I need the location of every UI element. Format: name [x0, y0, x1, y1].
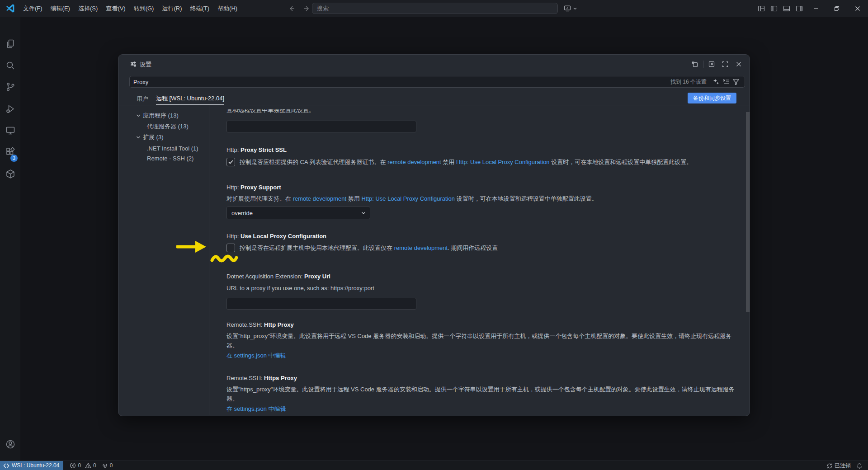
setting-title-dotnet-proxy-url: Dotnet Acquisition Extension: Proxy Url [226, 273, 330, 280]
remote-indicator[interactable]: WSL: Ubuntu-22.04 [0, 461, 63, 470]
settings-scrollbar[interactable] [746, 112, 750, 312]
proxy-support-select[interactable]: override [226, 207, 370, 219]
account-icon[interactable] [5, 438, 16, 450]
link-remote-development[interactable]: remote development [394, 244, 448, 251]
filter-icon[interactable] [731, 77, 741, 86]
customize-layout-icon[interactable] [755, 3, 768, 14]
setting-desc-ssh-https-proxy: 设置"https_proxy"环境变量。此设置将用于远程 VS Code 服务器… [226, 385, 736, 404]
toggle-primary-sidebar-icon[interactable] [768, 3, 780, 14]
errors-icon [70, 462, 76, 469]
toggle-panel-icon[interactable] [780, 3, 793, 14]
activity-bar: 3 [0, 17, 20, 461]
setting-desc-dotnet-proxy-url: URL to a proxy if you use one, such as: … [226, 283, 374, 293]
menu-item-run[interactable]: 运行(R) [158, 2, 186, 15]
toc-item-application[interactable]: 应用程序 (13) [118, 111, 208, 121]
ports-indicator[interactable]: 0 [99, 461, 116, 470]
package-explorer-icon[interactable] [5, 168, 16, 179]
close-dialog-icon[interactable] [733, 59, 744, 70]
toc-item-remote-ssh[interactable]: Remote - SSH (2) [118, 153, 208, 163]
sync-icon [826, 463, 833, 469]
clear-filters-icon[interactable] [721, 77, 731, 86]
setting-title-use-local-proxy: Http: Use Local Proxy Configuration [226, 233, 326, 240]
errors-count: 0 [78, 462, 81, 469]
nav-forward-icon[interactable] [301, 3, 313, 14]
command-center-search[interactable]: 搜索 [312, 3, 558, 14]
toc-label: .NET Install Tool (1) [118, 145, 198, 152]
settings-list: 置和远程设置中单独配置此设置。 Http: Proxy Strict SSL 控… [226, 105, 736, 415]
setting-row-proxy-strict-ssl: 控制是否应根据提供的 CA 列表验证代理服务器证书。在 remote devel… [226, 158, 736, 167]
nav-back-icon[interactable] [286, 3, 297, 14]
tab-user[interactable]: 用户 [137, 93, 148, 105]
explorer-icon[interactable] [5, 38, 16, 49]
run-debug-icon[interactable] [5, 103, 16, 114]
backup-sync-settings-button[interactable]: 备份和同步设置 [688, 93, 736, 103]
menu-item-terminal[interactable]: 终端(T) [186, 2, 213, 15]
dock-window-icon[interactable] [706, 59, 717, 70]
menu-item-view[interactable]: 查看(V) [102, 2, 129, 15]
problems-indicator[interactable]: 0 0 [67, 461, 99, 470]
menu-item-go[interactable]: 转到(G) [130, 2, 158, 15]
device-icon [564, 5, 571, 12]
link-remote-development[interactable]: remote development [387, 159, 441, 165]
setting-row-use-local-proxy: 控制是否在远程扩展主机中使用本地代理配置。此设置仅在 remote develo… [226, 244, 736, 253]
maximize-icon[interactable] [720, 59, 731, 70]
setting-title-proxy-strict-ssl: Http: Proxy Strict SSL [226, 146, 287, 153]
edit-in-settings-json-link[interactable]: 在 settings.json 中编辑 [226, 352, 286, 360]
search-icon[interactable] [5, 60, 16, 71]
results-count: 找到 16 个设置 [670, 78, 707, 86]
checkbox-unchecked[interactable] [226, 244, 235, 252]
toc-item-proxy-server[interactable]: 代理服务器 (13) [118, 122, 208, 132]
toggle-secondary-sidebar-icon[interactable] [793, 3, 806, 14]
menu-item-edit[interactable]: 编辑(E) [47, 2, 74, 15]
dotnet-proxy-url-input[interactable] [226, 298, 416, 310]
restore-button[interactable] [826, 0, 847, 17]
move-into-new-window-icon[interactable] [689, 59, 700, 70]
annotation-squiggle [210, 253, 238, 264]
checkmark-icon [228, 159, 234, 165]
checkbox-checked[interactable] [226, 158, 235, 166]
notifications-bell[interactable] [854, 461, 865, 470]
minimize-button[interactable] [806, 0, 826, 17]
profile-dropdown-button[interactable] [562, 4, 579, 13]
close-window-button[interactable] [847, 0, 868, 17]
warnings-count: 0 [93, 462, 96, 469]
radio-tower-icon [102, 462, 108, 469]
chevron-down-icon [136, 113, 141, 120]
clipped-description: 置和远程设置中单独配置此设置。 [226, 109, 736, 115]
warnings-icon [85, 462, 91, 469]
edit-in-settings-json-link[interactable]: 在 settings.json 中编辑 [226, 405, 286, 413]
setting-title-ssh-http-proxy: Remote.SSH: Http Proxy [226, 321, 294, 328]
settings-search-input[interactable] [133, 79, 670, 85]
chevron-down-icon [136, 135, 141, 141]
link-use-local-proxy-config[interactable]: Http: Use Local Proxy Configuration [456, 159, 550, 165]
settings-search-bar: 找到 16 个设置 [129, 76, 745, 88]
menu-item-file[interactable]: 文件(F) [19, 2, 47, 15]
select-value: override [231, 210, 253, 216]
titlebar: 文件(F) 编辑(E) 选择(S) 查看(V) 转到(G) 运行(R) 终端(T… [0, 0, 868, 17]
search-placeholder: 搜索 [317, 5, 329, 13]
clipped-setting-input[interactable] [226, 121, 416, 132]
link-remote-development[interactable]: remote development [293, 195, 347, 202]
remote-label: WSL: Ubuntu-22.04 [12, 462, 59, 469]
sync-status-label: 已注销 [835, 462, 851, 470]
chevron-down-icon [573, 6, 577, 11]
settings-sync-status[interactable]: 已注销 [824, 461, 854, 470]
toc-splitter[interactable] [209, 105, 209, 415]
toc-label: Remote - SSH (2) [118, 155, 193, 162]
link-use-local-proxy-config[interactable]: Http: Use Local Proxy Configuration [361, 195, 455, 202]
toc-item-extensions[interactable]: 扩展 (3) [118, 132, 208, 142]
tune-icon [130, 61, 137, 70]
remote-explorer-icon[interactable] [5, 124, 16, 136]
extensions-badge: 3 [10, 155, 18, 162]
vscode-logo-icon [6, 4, 15, 13]
source-control-icon[interactable] [5, 81, 16, 92]
settings-scope-tabs: 用户 远程 [WSL: Ubuntu-22.04] 备份和同步设置 [118, 93, 750, 105]
menu-item-help[interactable]: 帮助(H) [213, 2, 241, 15]
sparkle-search-icon[interactable] [711, 77, 721, 86]
bell-icon [856, 463, 863, 469]
menu-item-selection[interactable]: 选择(S) [74, 2, 102, 15]
toc-item-dotnet-install-tool[interactable]: .NET Install Tool (1) [118, 143, 208, 153]
tab-remote-wsl[interactable]: 远程 [WSL: Ubuntu-22.04] [156, 93, 224, 105]
remote-icon [3, 463, 9, 469]
chevron-down-icon [361, 210, 366, 216]
